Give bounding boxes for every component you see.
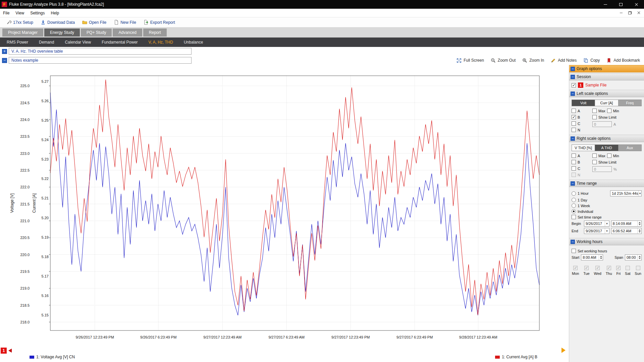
show-limit-checkbox[interactable] [592,115,597,119]
menu-settings[interactable]: Settings [27,11,48,15]
expand-icon[interactable]: + [2,49,7,54]
limit-input[interactable] [592,166,612,172]
spinner-arrows-icon[interactable] [637,228,641,234]
phase-c-checkbox[interactable] [572,121,576,126]
spinner-arrows-icon[interactable] [637,221,641,226]
copy-label: Copy [590,58,600,63]
max-checkbox[interactable] [592,109,597,113]
working-hours-header[interactable]: − Working hours [569,238,644,245]
subtab-unbalance[interactable]: Unbalance [178,38,208,47]
subtab-rms-power[interactable]: RMS Power [1,38,34,47]
phase-c-checkbox[interactable] [572,166,576,171]
left-scale-tab-freq[interactable]: Freq [619,100,642,106]
end-time-spinner[interactable]: 6:06:52 AM [611,228,642,234]
radio-1-day[interactable] [572,198,576,202]
tab-pq-study[interactable]: PQ+ Study [81,28,112,37]
mdi-restore-button[interactable] [627,10,633,16]
radio-1-hour[interactable] [572,191,576,196]
tab-report[interactable]: Report [143,28,167,37]
subtab-demand[interactable]: Demand [34,38,59,47]
right-scale-title: Right scale options [577,136,610,141]
start-time-spinner[interactable]: 8:00 AM [581,254,603,260]
session-label: Sample File [585,83,606,87]
maximize-button[interactable] [613,0,629,9]
collapse-icon[interactable]: − [571,67,575,71]
left-scale-header[interactable]: − Left scale options [569,90,644,97]
session-header[interactable]: − Session [569,73,644,80]
menu-help[interactable]: Help [48,11,62,15]
collapse-icon[interactable]: − [571,240,575,244]
radio-individual[interactable] [572,209,576,214]
copy-button[interactable]: Copy [583,58,600,63]
left-scale-tab-curr[interactable]: Curr [A] [595,100,618,106]
set-time-range-checkbox[interactable] [572,215,576,219]
phase-n-checkbox[interactable] [572,128,576,132]
menu-file[interactable]: File [0,11,12,15]
spinner-arrows-icon[interactable] [637,255,641,260]
begin-time-spinner[interactable]: 8:14:09 AM [611,221,642,227]
add-notes-button[interactable]: Add Notes [551,58,577,63]
spinner-arrows-icon[interactable] [599,255,603,260]
add-bookmark-button[interactable]: Add Bookmark [606,58,640,63]
collapse-icon[interactable]: − [571,92,575,96]
overview-table-title[interactable]: V. A. Hz. THD overview table [9,48,192,55]
zoom-in-button[interactable]: Zoom In [522,58,544,63]
zoom-in-icon [522,58,527,63]
set-working-hours-checkbox[interactable] [572,249,576,253]
session-checkbox[interactable] [572,83,576,87]
collapse-icon[interactable]: − [571,181,575,186]
new-file-button[interactable]: New File [110,20,140,25]
min-checkbox[interactable] [607,154,611,158]
min-checkbox[interactable] [607,109,611,113]
subtab-fundamental-power[interactable]: Fundamental Power [96,38,143,47]
right-scale-tab-aux[interactable]: Aux [619,144,642,151]
right-scale-tab-athd[interactable]: A THD [595,144,618,151]
phase-b-checkbox[interactable] [572,160,576,164]
tab-energy-study[interactable]: Energy Study [44,28,80,37]
full-screen-button[interactable]: Full Screen [457,58,484,63]
current-tick-label: 5.20 [42,216,49,220]
download-icon [41,20,46,25]
right-scale-tab-vthd[interactable]: V THD [%] [572,144,595,151]
begin-date-dropdown[interactable]: 9/26/2017 [584,221,609,227]
close-button[interactable] [629,0,644,9]
start-time-value: 8:00 AM [583,255,596,259]
minimize-button[interactable] [598,0,613,9]
phase-a-checkbox[interactable] [572,109,576,113]
time-range-header[interactable]: − Time range [569,180,644,187]
setup-17xx-button[interactable]: 17xx Setup [3,20,37,25]
duration-dropdown[interactable]: 1d 21h 52m 44s [610,190,642,196]
subtab-v-a-hz-thd[interactable]: V, A, Hz, THD [143,38,178,47]
collapse-icon[interactable]: − [2,58,7,63]
export-report-button[interactable]: Export Report [140,20,179,25]
pan-left-arrow-icon[interactable] [8,349,12,353]
download-data-button[interactable]: Download Data [37,20,78,25]
span-spinner[interactable]: 08:00 [625,254,642,260]
show-limit-checkbox[interactable] [592,160,597,164]
subtab-calendar-view[interactable]: Calendar View [59,38,96,47]
collapse-icon[interactable]: − [571,75,575,79]
trend-chart[interactable]: 225.0224.5224.0223.5223.0222.5222.0221.5… [0,65,569,347]
collapse-icon[interactable]: − [571,136,575,141]
mdi-close-button[interactable] [635,10,642,16]
session-badge: 1 [578,82,583,88]
limit-input[interactable] [592,121,612,127]
tab-project-manager[interactable]: Project Manager [2,28,43,37]
tab-advanced[interactable]: Advanced [113,28,142,37]
notes-title[interactable]: Notes example [9,57,192,64]
pan-right-arrow-icon[interactable] [561,348,566,353]
phase-a-checkbox[interactable] [572,154,576,158]
zoom-out-button[interactable]: Zoom Out [491,58,516,63]
open-file-button[interactable]: Open File [78,20,110,25]
graph-options-header[interactable]: − Graph options [569,65,644,72]
right-scale-header[interactable]: − Right scale options [569,135,644,142]
left-scale-tab-volt[interactable]: Volt [572,100,595,106]
end-date-value: 9/28/2017 [586,229,602,233]
voltage-swatch [30,356,34,359]
end-date-dropdown[interactable]: 9/28/2017 [584,228,609,234]
mdi-minimize-button[interactable] [618,10,625,16]
radio-1-week[interactable] [572,203,576,208]
phase-b-checkbox[interactable] [572,115,576,119]
menu-view[interactable]: View [12,11,27,15]
max-checkbox[interactable] [592,154,597,158]
